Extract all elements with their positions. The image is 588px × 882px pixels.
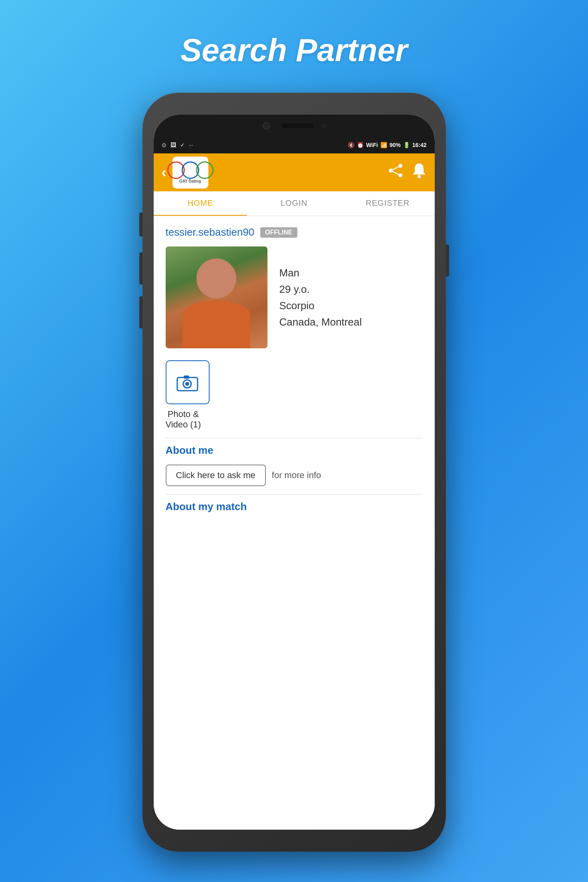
wifi-icon: WiFi bbox=[366, 142, 378, 148]
svg-point-5 bbox=[418, 175, 421, 178]
divider-1 bbox=[166, 438, 423, 438]
signal-icon: 📶 bbox=[380, 142, 387, 148]
battery-icon: 🔋 bbox=[403, 142, 410, 148]
divider-2 bbox=[166, 494, 423, 495]
app-header: ‹ GAY Dating bbox=[154, 153, 435, 191]
status-left-icons: ⊙ 🖼 ✓ ··· bbox=[162, 142, 194, 148]
profile-gender: Man bbox=[279, 267, 362, 279]
tab-register[interactable]: REGISTER bbox=[341, 191, 435, 216]
logo-symbol bbox=[167, 161, 214, 179]
volume-down-button bbox=[139, 296, 143, 328]
phone-mockup: ⊙ 🖼 ✓ ··· 🔇 ⏰ WiFi 📶 90% 🔋 16:42 bbox=[143, 93, 446, 852]
logo-text: GAY Dating bbox=[179, 179, 201, 183]
about-match-title: About my match bbox=[166, 501, 423, 513]
media-section: Photo &Video (1) bbox=[166, 360, 423, 430]
front-camera bbox=[263, 122, 270, 129]
mute-icon: 🔇 bbox=[348, 142, 354, 148]
power-button bbox=[446, 244, 449, 276]
volume-mute-button bbox=[139, 213, 143, 236]
page-title: Search Partner bbox=[180, 32, 408, 69]
svg-line-3 bbox=[391, 166, 400, 171]
username-row: tessier.sebastien90 OFFLINE bbox=[166, 226, 423, 238]
camera-icon bbox=[176, 373, 198, 391]
ask-me-row: Click here to ask me for more info bbox=[166, 465, 423, 486]
app-content: ⊙ 🖼 ✓ ··· 🔇 ⏰ WiFi 📶 90% 🔋 16:42 bbox=[154, 137, 435, 830]
ask-me-button[interactable]: Click here to ask me bbox=[166, 465, 266, 486]
back-button[interactable]: ‹ bbox=[162, 164, 166, 181]
svg-line-4 bbox=[391, 171, 400, 175]
volume-up-button bbox=[139, 252, 143, 284]
app-logo: GAY Dating bbox=[172, 157, 208, 189]
header-left: ‹ GAY Dating bbox=[162, 157, 208, 189]
status-badge: OFFLINE bbox=[260, 227, 297, 238]
share-button[interactable] bbox=[388, 163, 404, 182]
media-label: Photo &Video (1) bbox=[166, 409, 201, 430]
header-right bbox=[388, 163, 427, 182]
profile-zodiac: Scorpio bbox=[279, 300, 362, 312]
notification-icon: ⊙ bbox=[162, 142, 166, 148]
tab-home[interactable]: HOME bbox=[154, 191, 247, 216]
ask-me-suffix: for more info bbox=[272, 470, 321, 481]
svg-point-8 bbox=[185, 382, 189, 386]
phone-screen: ⊙ 🖼 ✓ ··· 🔇 ⏰ WiFi 📶 90% 🔋 16:42 bbox=[154, 115, 435, 830]
profile-content: tessier.sebastien90 OFFLINE Man 29 y.o. … bbox=[154, 216, 435, 523]
phone-shell: ⊙ 🖼 ✓ ··· 🔇 ⏰ WiFi 📶 90% 🔋 16:42 bbox=[143, 93, 446, 852]
logo-circle-green bbox=[196, 161, 214, 179]
nav-tabs: HOME LOGIN REGISTER bbox=[154, 191, 435, 216]
time-display: 16:42 bbox=[412, 142, 427, 148]
profile-username: tessier.sebastien90 bbox=[166, 226, 255, 238]
profile-info-row: Man 29 y.o. Scorpio Canada, Montreal bbox=[166, 246, 423, 348]
svg-rect-9 bbox=[184, 375, 189, 379]
check-icon: ✓ bbox=[180, 142, 185, 148]
alarm-icon: ⏰ bbox=[357, 142, 364, 148]
notification-bell-button[interactable] bbox=[412, 163, 427, 182]
image-icon: 🖼 bbox=[170, 142, 176, 148]
media-thumbnail[interactable] bbox=[166, 360, 210, 404]
phone-top-bar bbox=[154, 115, 435, 137]
about-me-title: About me bbox=[166, 444, 423, 457]
more-icon: ··· bbox=[189, 142, 194, 148]
status-bar: ⊙ 🖼 ✓ ··· 🔇 ⏰ WiFi 📶 90% 🔋 16:42 bbox=[154, 137, 435, 153]
profile-photo bbox=[166, 246, 267, 348]
tab-login[interactable]: LOGIN bbox=[247, 191, 341, 216]
proximity-sensor bbox=[322, 124, 326, 128]
profile-age: 29 y.o. bbox=[279, 283, 362, 296]
profile-location: Canada, Montreal bbox=[279, 316, 362, 328]
status-right-info: 🔇 ⏰ WiFi 📶 90% 🔋 16:42 bbox=[348, 142, 426, 148]
profile-details: Man 29 y.o. Scorpio Canada, Montreal bbox=[279, 246, 362, 348]
speaker-grille bbox=[282, 123, 314, 128]
battery-percent: 90% bbox=[390, 142, 401, 148]
profile-photo-person bbox=[166, 246, 267, 348]
